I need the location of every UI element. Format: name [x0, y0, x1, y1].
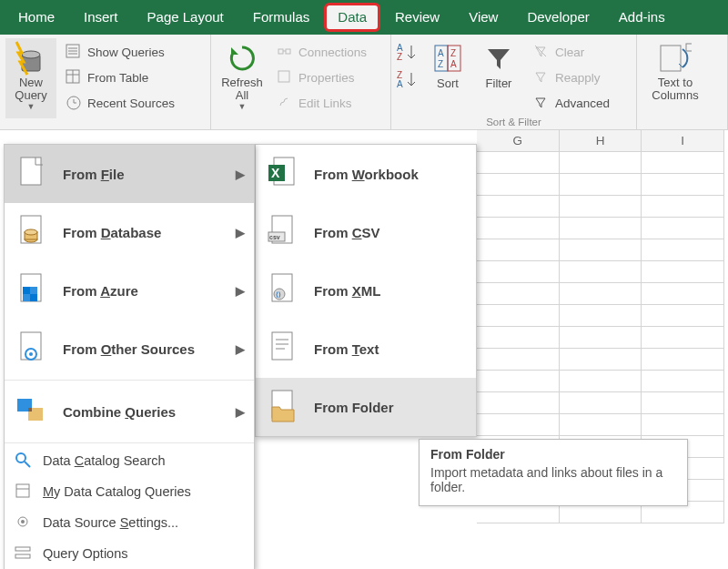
- clear-button[interactable]: Clear: [528, 40, 615, 64]
- svg-text:Z: Z: [438, 59, 443, 69]
- menu-from-other-sources[interactable]: From Other Sources ▶: [5, 320, 254, 378]
- columns-icon: [659, 40, 692, 76]
- svg-text:X: X: [271, 166, 280, 180]
- svg-text:A: A: [438, 48, 444, 58]
- tab-page-layout[interactable]: Page Layout: [133, 0, 238, 35]
- submenu-from-xml[interactable]: ⟨⟩ From XML: [256, 261, 476, 320]
- svg-rect-45: [16, 484, 29, 497]
- sort-button[interactable]: AZZA Sort: [422, 38, 473, 118]
- chevron-right-icon: ▶: [236, 284, 245, 298]
- properties-button[interactable]: Properties: [271, 66, 372, 89]
- svg-rect-27: [21, 157, 41, 185]
- menu-data-catalog-search[interactable]: Data Catalog Search: [5, 445, 254, 476]
- new-query-label: New Query: [5, 76, 56, 102]
- tab-home[interactable]: Home: [4, 0, 69, 35]
- svg-point-39: [29, 352, 33, 356]
- show-queries-button[interactable]: Show Queries: [60, 40, 180, 64]
- new-query-button[interactable]: New Query ▼: [5, 38, 56, 118]
- tab-data[interactable]: Data: [324, 3, 380, 32]
- group-sort-filter: AZ ZA AZZA Sort Filter Clear Reapply: [391, 35, 637, 129]
- reapply-button[interactable]: Reapply: [528, 66, 615, 89]
- svg-line-44: [25, 462, 30, 467]
- edit-links-button[interactable]: Edit Links: [271, 91, 372, 115]
- submenu-from-text[interactable]: From Text: [256, 320, 476, 378]
- svg-rect-13: [278, 71, 289, 82]
- sort-desc-icon[interactable]: ZA: [397, 69, 419, 91]
- svg-point-31: [25, 229, 37, 235]
- group-get-transform: New Query ▼ Show Queries From Table Rece…: [0, 35, 211, 129]
- svg-text:A: A: [450, 59, 457, 69]
- column-headers: G H I: [477, 130, 724, 152]
- tab-review[interactable]: Review: [380, 0, 454, 35]
- svg-text:Z: Z: [397, 52, 402, 62]
- menu-from-database[interactable]: From Database ▶: [5, 203, 254, 261]
- tooltip-from-folder: From Folder Import metadata and links ab…: [419, 439, 688, 506]
- filter-button[interactable]: Filter: [473, 38, 524, 118]
- funnel-icon: [482, 40, 515, 76]
- svg-rect-33: [23, 287, 30, 294]
- ribbon-tab-bar: Home Insert Page Layout Formulas Data Re…: [0, 0, 728, 35]
- chevron-down-icon: ▼: [27, 102, 35, 111]
- sort-asc-icon[interactable]: AZ: [397, 42, 419, 64]
- menu-my-data-catalog[interactable]: My Data Catalog Queries: [5, 476, 254, 507]
- link-icon: [277, 95, 293, 111]
- svg-text:Z: Z: [450, 48, 456, 58]
- svg-rect-36: [30, 294, 37, 301]
- submenu-from-workbook[interactable]: X From Workbook: [256, 145, 476, 203]
- group-connections: Refresh All ▼ Connections Properties Edi…: [211, 35, 391, 129]
- col-header-g[interactable]: G: [477, 130, 560, 152]
- text-file-icon: [267, 330, 299, 367]
- excel-file-icon: X: [267, 156, 299, 192]
- chevron-down-icon: ▼: [238, 102, 247, 111]
- submenu-from-folder[interactable]: From Folder: [256, 378, 476, 436]
- tab-view[interactable]: View: [454, 0, 512, 35]
- chevron-right-icon: ▶: [236, 342, 245, 356]
- refresh-all-button[interactable]: Refresh All ▼: [217, 38, 268, 118]
- tab-formulas[interactable]: Formulas: [238, 0, 325, 35]
- clear-icon: [533, 44, 550, 60]
- advanced-button[interactable]: Advanced: [528, 91, 615, 115]
- reapply-icon: [533, 69, 550, 86]
- combine-icon: [15, 393, 48, 430]
- clock-icon: [66, 95, 82, 111]
- tab-developer[interactable]: Developer: [512, 0, 603, 35]
- svg-point-43: [16, 453, 25, 462]
- menu-data-source-settings[interactable]: Data Source Settings...: [5, 507, 254, 538]
- menu-from-file[interactable]: From File ▶: [5, 145, 254, 203]
- connections-button[interactable]: Connections: [271, 40, 372, 64]
- connections-icon: [277, 44, 293, 60]
- text-to-columns-button[interactable]: Text to Columns: [642, 38, 708, 118]
- svg-rect-26: [686, 44, 692, 51]
- recent-sources-button[interactable]: Recent Sources: [60, 91, 180, 115]
- svg-text:⟨⟩: ⟨⟩: [276, 291, 281, 299]
- query-bolt-icon: [15, 40, 47, 76]
- col-header-i[interactable]: I: [642, 130, 724, 152]
- tab-addins[interactable]: Add-ins: [604, 0, 680, 35]
- tab-insert[interactable]: Insert: [69, 0, 133, 35]
- svg-rect-10: [278, 49, 283, 54]
- xml-file-icon: ⟨⟩: [267, 272, 299, 309]
- submenu-from-csv[interactable]: csv From CSV: [256, 203, 476, 261]
- menu-query-options[interactable]: Query Options: [5, 538, 254, 569]
- menu-combine-queries[interactable]: Combine Queries ▶: [5, 382, 254, 441]
- from-table-button[interactable]: From Table: [60, 66, 180, 89]
- sort-icon: AZZA: [431, 40, 464, 76]
- group-data-tools: Text to Columns: [637, 35, 728, 129]
- search-icon: [14, 451, 34, 471]
- advanced-filter-icon: [533, 95, 550, 111]
- svg-rect-49: [15, 547, 30, 551]
- folder-icon: [267, 389, 299, 425]
- menu-from-azure[interactable]: From Azure ▶: [5, 261, 254, 320]
- other-sources-icon: [15, 330, 48, 367]
- svg-rect-11: [286, 49, 290, 54]
- col-header-h[interactable]: H: [560, 130, 642, 152]
- gear-icon: [14, 513, 34, 533]
- tooltip-title: From Folder: [430, 447, 676, 462]
- svg-text:A: A: [397, 79, 403, 89]
- tooltip-body: Import metadata and links about files in…: [430, 465, 676, 494]
- table-icon: [66, 69, 82, 86]
- from-file-submenu: X From Workbook csv From CSV ⟨⟩ From XML…: [255, 144, 477, 437]
- list-icon: [66, 44, 82, 60]
- azure-icon: [15, 272, 48, 309]
- svg-rect-60: [272, 332, 292, 360]
